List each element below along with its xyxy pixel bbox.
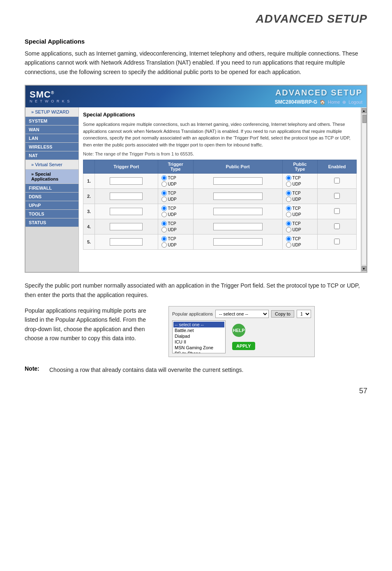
table-row: 2. TCP UDP TCP UDP: [83, 189, 357, 204]
public-type-2[interactable]: TCP UDP: [282, 189, 318, 204]
scroll-track: [362, 114, 367, 265]
scroll-down-btn[interactable]: ▼: [362, 266, 367, 271]
trigger-type-2[interactable]: TCP UDP: [158, 189, 193, 204]
col-trigger-port-header: Trigger Port: [95, 160, 158, 174]
popular-applications-select[interactable]: -- select one -- Battle.net Dialpad ICU …: [215, 310, 269, 318]
col-trigger-type-header: TriggerType: [158, 160, 193, 174]
trigger-type-1[interactable]: TCP UDP: [158, 174, 193, 189]
row-num-2: 2.: [83, 189, 95, 204]
public-port-5[interactable]: [193, 234, 282, 250]
applications-table: Trigger Port TriggerType Public Port Pub…: [83, 160, 357, 250]
body-text-1: Specify the public port number normally …: [25, 281, 367, 299]
scrollbar[interactable]: ▲ ▼: [361, 107, 367, 272]
trigger-type-5[interactable]: TCP UDP: [158, 234, 193, 250]
popular-label: Popular applications: [172, 311, 213, 316]
public-port-2[interactable]: [193, 189, 282, 204]
public-port-4[interactable]: [193, 219, 282, 234]
logout-link[interactable]: Logout: [348, 100, 362, 104]
copy-to-row-select[interactable]: 1 2 3 4 5: [297, 310, 311, 318]
public-type-5[interactable]: TCP UDP: [282, 234, 318, 250]
row-num-5: 5.: [83, 234, 95, 250]
sidebar-item-special-applications[interactable]: » Special Applications: [25, 169, 78, 184]
router-body: » SETUP WIZARD SYSTEM WAN LAN WIRELESS N…: [25, 107, 367, 272]
table-row: 4. TCP UDP TCP UDP: [83, 219, 357, 234]
sidebar-item-virtual-server[interactable]: » Virtual Server: [25, 160, 78, 169]
scroll-up-btn[interactable]: ▲: [362, 108, 367, 113]
router-header-right: ADVANCED SETUP SMC2804WBRP-G 🏠 Home ⊕ Lo…: [275, 88, 362, 105]
home-link[interactable]: Home: [328, 100, 340, 104]
trigger-port-5[interactable]: [95, 234, 158, 250]
sidebar-item-firewall[interactable]: FIREWALL: [25, 184, 78, 193]
popular-row: Popular applications -- select one -- Ba…: [172, 310, 311, 318]
dropdown-list-row: -- select one -- Battle.net Dialpad ICU …: [172, 320, 311, 353]
header-nav: SMC2804WBRP-G 🏠 Home ⊕ Logout: [275, 99, 362, 105]
dropdown-item-select-one[interactable]: -- select one --: [173, 322, 224, 327]
router-header: SMC® N e t w o r k s ADVANCED SETUP SMC2…: [25, 86, 367, 107]
dropdown-item-icuii[interactable]: ICU II: [173, 339, 224, 345]
enabled-1[interactable]: [318, 174, 357, 189]
table-row: 3. TCP UDP TCP UDP: [83, 204, 357, 219]
sidebar-item-system[interactable]: SYSTEM: [25, 117, 78, 125]
smc-networks-text: N e t w o r k s: [30, 99, 70, 103]
sidebar-item-status[interactable]: STATUS: [25, 218, 78, 227]
trigger-port-2[interactable]: [95, 189, 158, 204]
sidebar-item-lan[interactable]: LAN: [25, 134, 78, 143]
sidebar-item-wireless[interactable]: WIRELESS: [25, 143, 78, 151]
sidebar-item-nat[interactable]: NAT: [25, 151, 78, 160]
content-title: Special Applications: [83, 111, 357, 118]
trigger-type-4[interactable]: TCP UDP: [158, 219, 193, 234]
dropdown-item-dialpad[interactable]: Dialpad: [173, 333, 224, 339]
smc-logo: SMC® N e t w o r k s: [30, 90, 70, 103]
intro-paragraph: Some applications, such as Internet gami…: [25, 49, 367, 77]
table-row: 5. TCP UDP TCP UDP: [83, 234, 357, 250]
scroll-thumb[interactable]: [362, 115, 367, 123]
col-num-header: [83, 160, 95, 174]
table-row: 1. TCP UDP TCP UDP: [83, 174, 357, 189]
help-button[interactable]: HELP: [232, 324, 245, 337]
popular-section: Popular applications requiring multiple …: [25, 306, 367, 357]
row-num-1: 1.: [83, 174, 95, 189]
trigger-type-3[interactable]: TCP UDP: [158, 204, 193, 219]
table-note: Note: The range of the Trigger Ports is …: [83, 151, 357, 156]
help-apply-buttons: HELP APPLY: [232, 324, 255, 350]
enabled-2[interactable]: [318, 189, 357, 204]
popular-text: Popular applications requiring multiple …: [25, 306, 156, 343]
page-title: ADVANCED SETUP: [25, 12, 367, 26]
trigger-port-3[interactable]: [95, 204, 158, 219]
sidebar-item-upnp[interactable]: UPnP: [25, 201, 78, 210]
sidebar-item-setup-wizard[interactable]: » SETUP WIZARD: [25, 107, 78, 117]
sidebar-item-tools[interactable]: TOOLS: [25, 210, 78, 218]
popular-widget: Popular applications -- select one -- Ba…: [168, 306, 315, 357]
public-type-3[interactable]: TCP UDP: [282, 204, 318, 219]
col-public-port-header: Public Port: [193, 160, 282, 174]
enabled-3[interactable]: [318, 204, 357, 219]
note-content: Choosing a row that already contains dat…: [49, 365, 243, 374]
sidebar: » SETUP WIZARD SYSTEM WAN LAN WIRELESS N…: [25, 107, 79, 272]
public-port-1[interactable]: [193, 174, 282, 189]
sidebar-item-ddns[interactable]: DDNS: [25, 193, 78, 201]
col-public-type-header: PublicType: [282, 160, 318, 174]
public-port-3[interactable]: [193, 204, 282, 219]
col-enabled-header: Enabled: [318, 160, 357, 174]
router-frame: SMC® N e t w o r k s ADVANCED SETUP SMC2…: [25, 85, 367, 273]
copy-to-button[interactable]: Copy to: [271, 310, 294, 318]
model-label: SMC2804WBRP-G: [275, 99, 317, 105]
section-heading: Special Applications: [25, 38, 367, 45]
public-type-1[interactable]: TCP UDP: [282, 174, 318, 189]
page-number: 57: [25, 387, 367, 395]
row-num-3: 3.: [83, 204, 95, 219]
note-keyword: Note:: [25, 365, 45, 374]
dropdown-item-msn[interactable]: MSN Gaming Zone: [173, 345, 224, 350]
enabled-4[interactable]: [318, 219, 357, 234]
trigger-port-4[interactable]: [95, 219, 158, 234]
sidebar-item-wan[interactable]: WAN: [25, 125, 78, 134]
apply-button[interactable]: APPLY: [232, 342, 255, 350]
smc-logo-text: SMC®: [30, 90, 54, 99]
enabled-5[interactable]: [318, 234, 357, 250]
public-type-4[interactable]: TCP UDP: [282, 219, 318, 234]
row-num-4: 4.: [83, 219, 95, 234]
applications-dropdown-list[interactable]: -- select one -- Battle.net Dialpad ICU …: [172, 320, 226, 353]
dropdown-item-battlenet[interactable]: Battle.net: [173, 327, 224, 333]
trigger-port-1[interactable]: [95, 174, 158, 189]
dropdown-item-pctophone[interactable]: PC-to-Phone: [173, 350, 224, 353]
